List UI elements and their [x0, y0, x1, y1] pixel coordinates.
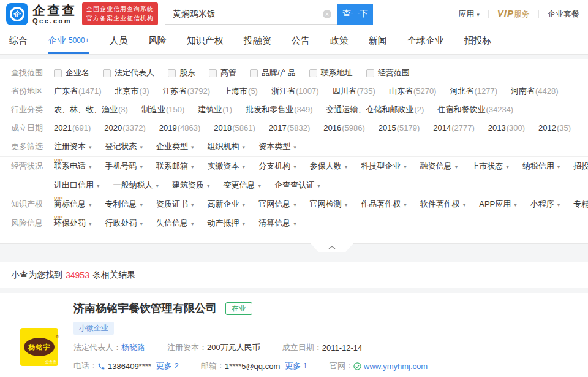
scope-checkbox[interactable]: 经营范围	[366, 64, 410, 82]
province-filter[interactable]: 北京市(3)	[115, 82, 149, 101]
nav-tab[interactable]: 风险	[148, 28, 167, 54]
founded-year-filter[interactable]: 2020(3372)	[104, 119, 146, 137]
operating-filter-dropdown[interactable]: 进出口信用	[54, 176, 100, 195]
founded-year-filter[interactable]: 2015(5179)	[379, 119, 420, 137]
operating-filter-dropdown[interactable]: 建筑资质	[172, 176, 210, 195]
nav-tab[interactable]: 招投标	[464, 28, 492, 54]
ip-filter-dropdown[interactable]: 小程序	[530, 195, 560, 214]
company-logo[interactable]: 杨铭宇 ® 企查查	[20, 328, 58, 366]
nav-tab[interactable]: 投融资	[244, 28, 271, 54]
industry-filter[interactable]: 交通运输、仓储和邮政业(2)	[326, 101, 424, 119]
nav-tab[interactable]: 企业5000+	[48, 28, 89, 54]
checkbox-icon[interactable]	[309, 69, 317, 77]
scope-checkbox[interactable]: 品牌/产品	[250, 64, 296, 82]
founded-year-filter[interactable]: 2018(5861)	[214, 119, 255, 137]
more-emails-link[interactable]: 更多 1	[285, 360, 307, 371]
operating-filter-dropdown[interactable]: 融资信息	[420, 157, 458, 176]
brand-text[interactable]: 企查查 Qcc.com	[32, 4, 77, 25]
risk-filter-dropdown[interactable]: 行政处罚	[105, 214, 143, 233]
enterprise-package-link[interactable]: 企业套餐	[548, 9, 579, 20]
ip-filter-dropdown[interactable]: APP应用	[479, 195, 517, 214]
ip-filter-dropdown[interactable]: 专利信息	[105, 195, 143, 214]
operating-filter-dropdown[interactable]: 实缴资本	[208, 157, 246, 176]
more-filter-dropdown[interactable]: 注册资本	[54, 137, 92, 156]
founded-year-filter[interactable]: 2021(691)	[54, 119, 91, 137]
industry-filter[interactable]: 住宿和餐饮业(34234)	[437, 101, 513, 119]
ip-filter-dropdown[interactable]: 高新企业	[208, 195, 246, 214]
province-filter[interactable]: 河南省(4428)	[511, 82, 559, 101]
operating-filter-dropdown[interactable]: 联系邮箱	[156, 157, 194, 176]
risk-filter-dropdown[interactable]: 清算信息	[258, 214, 296, 233]
checkbox-icon[interactable]	[54, 69, 62, 77]
province-filter[interactable]: 山东省(5270)	[389, 82, 437, 101]
company-tag[interactable]: 小微企业	[74, 322, 114, 335]
province-filter[interactable]: 广东省(1471)	[54, 82, 102, 101]
more-filter-dropdown[interactable]: 组织机构	[208, 137, 246, 156]
scope-checkbox[interactable]: 股东	[168, 64, 195, 82]
checkbox-icon[interactable]	[250, 69, 258, 77]
search-button[interactable]: 查一下	[337, 4, 373, 25]
scope-checkbox[interactable]: 企业名	[54, 64, 89, 82]
province-filter[interactable]: 浙江省(1007)	[271, 82, 319, 101]
industry-filter[interactable]: 批发和零售业(349)	[246, 101, 312, 119]
apps-menu[interactable]: 应用	[458, 9, 480, 20]
founded-year-filter[interactable]: 2014(2777)	[433, 119, 475, 137]
company-name-link[interactable]: 济南杨铭宇餐饮管理有限公司	[74, 301, 217, 316]
province-filter[interactable]: 江苏省(3792)	[162, 82, 210, 101]
ip-filter-dropdown[interactable]: 资质证书	[156, 195, 194, 214]
operating-filter-dropdown[interactable]: 科技型企业	[361, 157, 407, 176]
industry-filter[interactable]: 建筑业(1)	[198, 101, 232, 119]
founded-year-filter[interactable]: 2016(5986)	[323, 119, 365, 137]
founded-year-filter[interactable]: 2017(5832)	[269, 119, 311, 137]
province-filter[interactable]: 河北省(1277)	[450, 82, 497, 101]
nav-tab[interactable]: 新闻	[369, 28, 387, 54]
legal-rep-link[interactable]: 杨晓路	[121, 342, 145, 353]
ip-filter-dropdown[interactable]: 专精特新	[573, 195, 588, 214]
nav-tab[interactable]: 公告	[292, 28, 310, 54]
operating-filter-dropdown[interactable]: 分支机构	[258, 157, 296, 176]
industry-filter[interactable]: 制造业(150)	[141, 101, 184, 119]
province-filter[interactable]: 上海市(5)	[224, 82, 258, 101]
risk-filter-dropdown[interactable]: 失信信息	[156, 214, 194, 233]
vip-service-link[interactable]: VIP服务	[497, 8, 530, 20]
search-input[interactable]	[165, 4, 337, 25]
nav-tab[interactable]: 综合	[9, 28, 28, 54]
founded-year-filter[interactable]: 2013(300)	[488, 119, 525, 137]
more-filter-dropdown[interactable]: 登记状态	[105, 137, 143, 156]
operating-filter-dropdown[interactable]: 企查查认证	[274, 176, 320, 195]
nav-tab[interactable]: 人员	[110, 28, 128, 54]
founded-year-filter[interactable]: 2019(4863)	[159, 119, 201, 137]
ip-filter-dropdown[interactable]: 官网信息	[258, 195, 296, 214]
ip-filter-dropdown[interactable]: 官网检测	[310, 195, 348, 214]
clear-search-icon[interactable]	[323, 10, 331, 18]
scope-checkbox[interactable]: 法定代表人	[103, 64, 154, 82]
checkbox-icon[interactable]	[366, 69, 374, 77]
ip-filter-dropdown[interactable]: 软件著作权	[420, 195, 466, 214]
operating-filter-dropdown[interactable]: 参保人数	[310, 157, 348, 176]
more-filter-dropdown[interactable]: 资本类型	[258, 137, 296, 156]
scope-checkbox[interactable]: 联系地址	[309, 64, 353, 82]
qcc-logo-icon[interactable]: 企	[6, 3, 28, 25]
operating-filter-dropdown[interactable]: 招投标	[573, 157, 588, 176]
founded-year-filter[interactable]: 2012(35)	[538, 119, 571, 137]
industry-filter[interactable]: 农、林、牧、渔业(3)	[54, 101, 128, 119]
operating-filter-dropdown[interactable]: 变更信息	[224, 176, 262, 195]
scope-checkbox[interactable]: 高管	[209, 64, 236, 82]
ip-filter-dropdown[interactable]: 作品著作权	[361, 195, 407, 214]
checkbox-icon[interactable]	[209, 69, 217, 77]
website-link[interactable]: www.ymyhmj.com	[364, 362, 428, 371]
risk-filter-dropdown[interactable]: 动产抵押	[208, 214, 246, 233]
operating-filter-dropdown[interactable]: 手机号码	[105, 157, 143, 176]
nav-tab[interactable]: 全球企业	[407, 28, 444, 54]
more-filter-dropdown[interactable]: 企业类型	[156, 137, 194, 156]
checkbox-icon[interactable]	[103, 69, 111, 77]
operating-filter-dropdown[interactable]: 一般纳税人	[113, 176, 159, 195]
checkbox-icon[interactable]	[168, 69, 176, 77]
operating-filter-dropdown[interactable]: 纳税信用	[522, 157, 560, 176]
more-phones-link[interactable]: 更多 2	[156, 360, 179, 371]
province-filter[interactable]: 四川省(735)	[333, 82, 375, 101]
operating-filter-dropdown[interactable]: 上市状态	[471, 157, 509, 176]
collapse-filters-button[interactable]	[311, 243, 353, 252]
nav-tab[interactable]: 政策	[330, 28, 349, 54]
nav-tab[interactable]: 知识产权	[187, 28, 224, 54]
